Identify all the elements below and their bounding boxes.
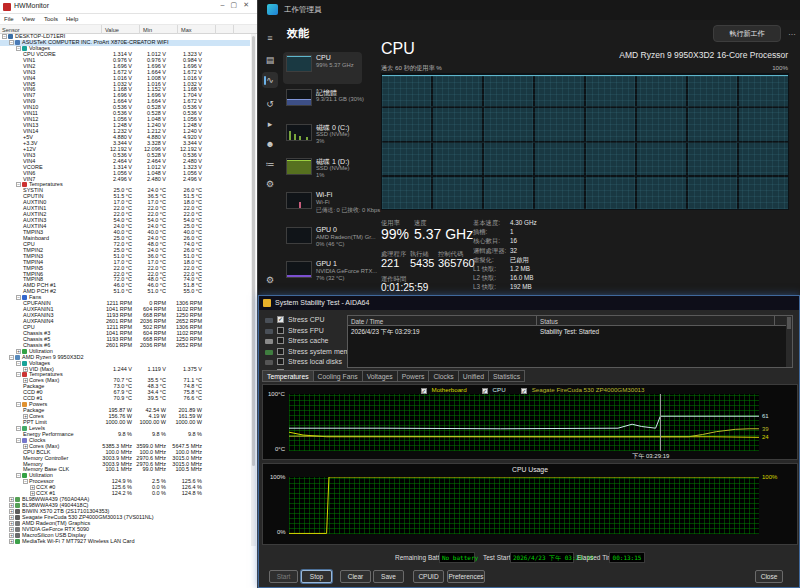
expand-icon[interactable]: + [9,515,14,520]
collapse-icon[interactable]: − [16,438,21,443]
hwmonitor-window-title: HWMonitor [14,2,49,9]
preferences-button[interactable]: Preferences [447,570,485,583]
menu-file[interactable]: File [4,16,14,22]
menu-help[interactable]: Help [66,16,78,22]
expand-icon[interactable]: + [9,497,14,502]
cpu-utilization-chart[interactable] [381,73,789,210]
aida64-titlebar[interactable]: System Stability Test - AIDA64 [259,296,799,310]
expand-icon[interactable]: + [16,349,21,354]
menu-view[interactable]: View [22,16,35,22]
column-header-sensor[interactable]: Sensor [2,27,20,33]
window-close-icon[interactable]: ✕ [243,1,255,8]
sidebar-item-磁碟-0-(c:)[interactable]: 磁碟 0 (C:)SSD (NVMe)3% [283,121,362,153]
collapse-icon[interactable]: − [16,402,21,407]
log-column-datetime: Date / Time [351,318,383,325]
collapse-icon[interactable]: − [23,479,28,484]
tab-cooling-fans[interactable]: Cooling Fans [314,370,363,382]
disk-icon [15,509,20,514]
clock-icon [22,438,27,443]
expand-icon[interactable]: + [9,527,14,532]
collapse-icon[interactable]: − [16,473,21,478]
stability-log[interactable]: Date / TimeStatus 2026/4/23 下午 03:29:19S… [347,315,793,368]
expand-icon[interactable]: + [30,485,35,490]
clear-button[interactable]: Clear [340,570,371,583]
sidebar-item-記憶體[interactable]: 記憶體9.3/31.1 GB (30%) [283,86,362,118]
start-button[interactable]: Start [269,570,298,583]
collapse-icon[interactable]: − [9,355,14,360]
log-scrollbar-thumb[interactable] [787,317,791,329]
expand-icon[interactable]: + [9,509,14,514]
expand-icon[interactable]: + [9,503,14,508]
collapse-icon[interactable]: − [16,295,21,300]
tab-temperatures[interactable]: Temperatures [262,370,314,382]
tab-unified[interactable]: Unified [459,370,489,382]
computer-icon [8,34,13,39]
expand-icon[interactable]: + [9,521,14,526]
sidebar-item-gpu-0[interactable]: GPU 0AMD Radeon(TM) Gr...0% (46 °C) [283,224,362,256]
rail-startup-apps-icon[interactable]: ▸ [262,116,278,132]
collapse-icon[interactable]: − [9,40,14,45]
rail-menu-icon[interactable]: ≡ [262,30,278,46]
sidebar-item-detail: 9.3/31.1 GB (30%) [316,96,364,102]
collapse-icon[interactable]: − [16,372,21,377]
tab-statistics[interactable]: Statistics [489,370,525,382]
hwmonitor-titlebar[interactable]: HWMonitor –▢✕ [0,0,257,14]
expand-icon[interactable]: + [9,539,14,544]
rail-users-icon[interactable]: ☻ [262,136,278,152]
scrollbar-thumb[interactable] [252,36,255,466]
stress-option-label: Stress CPU [288,316,325,323]
column-header-max[interactable]: Max [181,27,192,33]
stop-button[interactable]: Stop [301,570,332,583]
column-header-value[interactable]: Value [105,27,119,33]
hwmonitor-column-header[interactable]: SensorValueMinMax [0,25,257,34]
cpu-mini-chart [286,55,312,72]
rail-performance-icon[interactable]: ∿ [262,72,278,88]
checkbox-unchecked[interactable] [277,358,284,365]
rail-details-icon[interactable]: ≔ [262,156,278,172]
checkbox-unchecked[interactable] [277,337,284,344]
column-divider [177,25,178,34]
tab-powers[interactable]: Powers [398,370,430,382]
collapse-icon[interactable]: − [16,182,21,187]
expand-icon[interactable]: + [9,533,14,538]
expand-icon[interactable]: + [23,367,28,372]
log-column-divider [774,316,775,326]
mem-mini-chart [286,89,312,106]
legend-item[interactable]: ✓Seagate FireCuda 530 ZP4000GM30013 [516,386,645,393]
rail-app-history-icon[interactable]: ↺ [262,96,278,112]
checkbox-unchecked[interactable] [277,327,284,334]
close-button[interactable]: Close [755,570,783,583]
tab-voltages[interactable]: Voltages [363,370,398,382]
sidebar-item-wi-fi[interactable]: Wi-FiWi-Fi已傳送: 0 已接收: 0 Kbps [283,189,362,221]
collapse-icon[interactable]: − [16,361,21,366]
window-minimize-icon[interactable]: – [221,1,231,8]
sidebar-item-gpu-1[interactable]: GPU 1NVIDIA GeForce RTX...7% (32 °C) [283,258,362,290]
cpuid-button[interactable]: CPUID [413,570,444,583]
more-options-button[interactable]: … [785,25,799,42]
run-new-task-button[interactable]: 執行新工作 [713,25,781,42]
rail-services-icon[interactable]: ⚙ [262,176,278,192]
save-button[interactable]: Save [373,570,404,583]
tab-clocks[interactable]: Clocks [429,370,458,382]
task-manager-titlebar[interactable]: 工作管理員 [258,0,800,20]
sensor-row[interactable]: +MediaTek Wi-Fi 7 MT7927 Wireless LAN Ca… [0,539,250,545]
sidebar-item-磁碟-1-(d:)[interactable]: 磁碟 1 (D:)SSD (NVMe)1% [283,155,362,187]
checkbox-checked[interactable]: ✓ [277,316,284,323]
legend-item[interactable]: ✓CPU [477,386,506,393]
collapse-icon[interactable]: − [16,46,21,51]
log-scrollbar[interactable] [786,316,792,367]
legend-item[interactable]: ✓Motherboard [416,386,467,393]
hwmonitor-scrollbar[interactable] [251,34,256,546]
checkbox-unchecked[interactable] [277,348,284,355]
cpu-usage-plot [289,477,759,534]
window-maximize-icon[interactable]: ▢ [231,1,244,8]
settings-icon[interactable]: ⚙ [262,272,278,288]
sidebar-item-cpu[interactable]: CPU99% 5.37 GHz [283,52,362,84]
collapse-icon[interactable]: − [16,426,21,431]
menu-tools[interactable]: Tools [44,16,58,22]
stat-label: L3 快取: [473,283,496,292]
screen: HWMonitor –▢✕ FileViewToolsHelp SensorVa… [0,0,800,588]
collapse-icon[interactable]: − [2,34,7,39]
rail-processes-icon[interactable]: ▤ [262,52,278,68]
column-header-min[interactable]: Min [143,27,152,33]
